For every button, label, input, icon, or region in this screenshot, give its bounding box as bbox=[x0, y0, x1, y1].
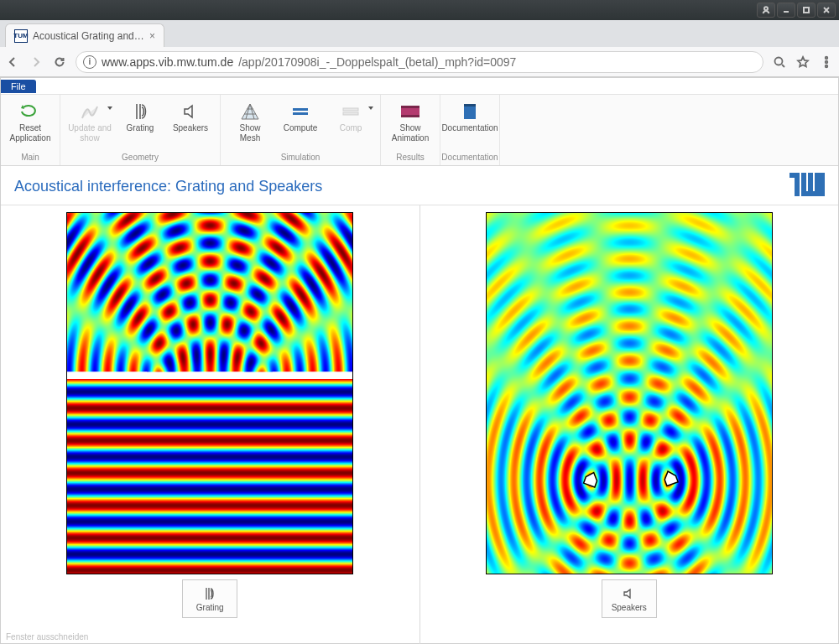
svg-rect-17 bbox=[293, 112, 308, 115]
svg-point-5 bbox=[775, 57, 783, 65]
browser-tab[interactable]: TUM Acoustical Grating and Sp × bbox=[5, 23, 164, 47]
nav-reload-button[interactable] bbox=[52, 55, 67, 70]
site-info-icon[interactable]: i bbox=[83, 55, 96, 69]
page-title: Acoustical interference: Grating and Spe… bbox=[14, 178, 322, 195]
grating-toggle-button[interactable]: Grating bbox=[182, 579, 237, 618]
nav-forward-button[interactable] bbox=[29, 55, 44, 70]
update-and-show-button[interactable]: Update and show bbox=[65, 98, 114, 147]
svg-rect-16 bbox=[293, 108, 308, 111]
svg-rect-31 bbox=[820, 173, 825, 196]
svg-line-6 bbox=[782, 65, 784, 67]
comp-dropdown-button[interactable]: Comp bbox=[326, 98, 375, 137]
chevron-down-icon bbox=[107, 106, 112, 110]
reset-application-button[interactable]: Reset Application bbox=[6, 98, 55, 147]
speakers-toggle-button[interactable]: Speakers bbox=[602, 579, 657, 618]
svg-rect-26 bbox=[795, 173, 800, 196]
tum-logo bbox=[789, 173, 825, 200]
tab-title: Acoustical Grating and Sp bbox=[33, 30, 144, 42]
show-mesh-button[interactable]: Show Mesh bbox=[226, 98, 274, 147]
ribbon-group-label: Main bbox=[1, 151, 60, 165]
os-user-icon[interactable] bbox=[757, 3, 775, 18]
grating-plot bbox=[66, 212, 353, 574]
svg-rect-22 bbox=[401, 115, 420, 117]
tab-close-icon[interactable]: × bbox=[149, 30, 155, 42]
tab-favicon: TUM bbox=[14, 29, 28, 43]
svg-point-7 bbox=[826, 56, 828, 59]
bookmark-star-icon[interactable] bbox=[795, 55, 810, 70]
svg-rect-29 bbox=[808, 173, 813, 191]
svg-rect-30 bbox=[815, 173, 820, 191]
nav-back-button[interactable] bbox=[5, 55, 20, 70]
ribbon-group-label: Documentation bbox=[440, 151, 499, 165]
browser-menu-icon[interactable] bbox=[819, 55, 834, 70]
os-minimize-button[interactable] bbox=[777, 3, 795, 18]
menu-file[interactable]: File bbox=[1, 80, 36, 93]
address-bar[interactable]: i www.apps.vib.mw.tum.de/app/20170908i_-… bbox=[76, 51, 763, 73]
ribbon-group-label: Results bbox=[381, 151, 440, 165]
ribbon-group-label: Simulation bbox=[221, 151, 380, 165]
search-icon[interactable] bbox=[772, 55, 787, 70]
svg-rect-24 bbox=[464, 104, 476, 106]
svg-point-8 bbox=[826, 60, 828, 63]
grating-button[interactable]: Grating bbox=[116, 98, 164, 137]
svg-rect-21 bbox=[401, 106, 420, 108]
compute-button[interactable]: Compute bbox=[276, 98, 325, 137]
os-close-button[interactable] bbox=[817, 3, 836, 18]
svg-rect-25 bbox=[789, 173, 795, 178]
svg-point-0 bbox=[764, 7, 768, 10]
documentation-button[interactable]: Documentation bbox=[446, 98, 494, 137]
svg-rect-19 bbox=[343, 112, 358, 115]
ribbon-group-label: Geometry bbox=[60, 151, 220, 165]
show-animation-button[interactable]: Show Animation bbox=[386, 98, 435, 147]
os-maximize-button[interactable] bbox=[797, 3, 816, 18]
url-path: /app/20170908i_-_Doppelspalt_(betal)_mph… bbox=[238, 55, 516, 69]
ribbon: Reset Application Main Update and show G… bbox=[1, 95, 838, 166]
svg-rect-27 bbox=[801, 173, 806, 191]
chevron-down-icon bbox=[368, 106, 373, 110]
speakers-plot bbox=[486, 212, 773, 574]
url-host: www.apps.vib.mw.tum.de bbox=[102, 55, 233, 69]
browser-tab-strip: TUM Acoustical Grating and Sp × bbox=[0, 20, 839, 47]
app-menu-bar: File bbox=[1, 78, 838, 95]
svg-rect-2 bbox=[804, 8, 809, 13]
snipping-hint: Fenster ausschneiden bbox=[1, 631, 93, 643]
svg-point-9 bbox=[826, 65, 828, 67]
svg-rect-18 bbox=[343, 108, 358, 111]
speakers-button[interactable]: Speakers bbox=[166, 98, 215, 137]
